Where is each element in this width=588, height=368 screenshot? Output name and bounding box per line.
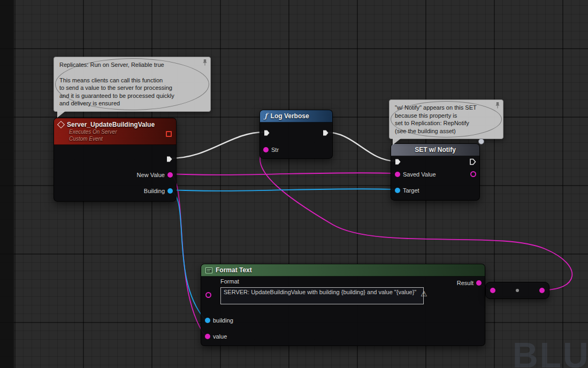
- exec-wire-log-to-set[interactable]: [326, 132, 395, 161]
- node-subtitle: Custom Event: [69, 135, 172, 142]
- exec-out-row: [469, 158, 476, 165]
- custom-event-icon: [57, 121, 65, 128]
- pin-row-building-arg: building: [205, 317, 233, 324]
- node-title: Server_UpdateBuildingValue: [67, 121, 155, 128]
- exec-in-pin[interactable]: [263, 129, 270, 136]
- pin-label: Str: [271, 147, 279, 153]
- pin-row-new-value: New Value: [137, 172, 173, 178]
- value-arg-pin[interactable]: [205, 334, 210, 339]
- comment-line: (see the building asset): [395, 127, 498, 135]
- wire-building-to-building-arg[interactable]: [169, 190, 205, 319]
- str-pin[interactable]: [263, 147, 269, 152]
- bubble-anchor-dot[interactable]: [478, 139, 484, 144]
- pin-label: Result: [457, 280, 474, 286]
- exec-out-row: [322, 129, 329, 136]
- exec-in-pin[interactable]: [394, 158, 401, 165]
- pin-label: building: [213, 317, 233, 324]
- exec-out-pin[interactable]: [469, 158, 476, 165]
- conversion-dot-icon: [516, 289, 519, 292]
- exec-in-row: [394, 158, 401, 165]
- new-value-pin[interactable]: [167, 172, 173, 178]
- pushpin-icon[interactable]: [494, 102, 501, 109]
- pushpin-icon[interactable]: [202, 59, 208, 66]
- node-text-to-string-conversion[interactable]: [485, 282, 549, 299]
- target-pin[interactable]: [395, 188, 400, 193]
- comment-line: and it is guaranteed to be processed qui…: [59, 92, 205, 100]
- node-header[interactable]: Server_UpdateBuildingValue Executes On S…: [54, 118, 176, 145]
- node-title: SET w/ Notify: [415, 146, 456, 154]
- node-header[interactable]: ƒ Log Verbose: [260, 110, 332, 122]
- function-icon: ƒ: [264, 113, 268, 119]
- pin-row-saved-value-out: [470, 171, 476, 177]
- comment-line: and delivery is ensured: [59, 99, 205, 108]
- node-header[interactable]: SET w/ Notify: [391, 144, 479, 156]
- exec-out-row: [166, 156, 173, 163]
- result-pin[interactable]: [476, 280, 482, 286]
- exec-out-pin[interactable]: [322, 129, 329, 136]
- pin-label: Target: [403, 187, 419, 194]
- comment-line: because this property is: [395, 112, 498, 120]
- warning-icon: ⚠: [421, 289, 427, 298]
- pin-label: Saved Value: [403, 171, 436, 178]
- comment-line: "w/ Notify" appears on this SET: [395, 104, 498, 112]
- node-format-text[interactable]: Format Text Format SERVER: UpdateBuildin…: [201, 264, 485, 346]
- exec-wire-event-to-log[interactable]: [170, 132, 264, 158]
- pin-label: value: [213, 333, 227, 340]
- format-text-input[interactable]: SERVER: UpdateBuildingValue with buildin…: [220, 287, 424, 304]
- comment-bubble-notify[interactable]: "w/ Notify" appears on this SET because …: [389, 99, 503, 139]
- comment-line: [59, 69, 205, 76]
- pin-row-result: Result: [457, 280, 482, 286]
- node-header[interactable]: Format Text: [201, 264, 485, 277]
- node-title: Format Text: [216, 266, 252, 274]
- comment-bubble-replicates[interactable]: Replicates: Run on Server, Reliable true…: [54, 57, 211, 112]
- comment-line: Replicates: Run on Server, Reliable true: [59, 61, 205, 69]
- node-set-notify[interactable]: SET w/ Notify Saved Value Target: [391, 143, 480, 201]
- comment-line: This means clients can call this functio…: [59, 76, 205, 85]
- wire-newvalue-to-savedvalue[interactable]: [169, 173, 393, 175]
- building-pin[interactable]: [167, 188, 173, 194]
- node-subtitle: Executes On Server: [69, 128, 172, 135]
- pin-row-saved-value: Saved Value: [395, 171, 436, 178]
- pin-label: New Value: [137, 172, 165, 178]
- exec-in-row: [263, 129, 270, 136]
- node-custom-event[interactable]: Server_UpdateBuildingValue Executes On S…: [54, 118, 177, 202]
- exec-out-pin[interactable]: [166, 156, 173, 163]
- pin-label: Building: [144, 188, 165, 194]
- pin-row-value-arg: value: [205, 333, 227, 340]
- bubble-tail: [57, 111, 65, 118]
- node-log-verbose[interactable]: ƒ Log Verbose Str: [259, 110, 333, 159]
- conversion-in-pin[interactable]: [490, 288, 495, 293]
- building-arg-pin[interactable]: [205, 318, 210, 323]
- node-title: Log Verbose: [271, 112, 309, 120]
- comment-line: set to Replication: RepNotify: [395, 119, 498, 127]
- bubble-tail: [393, 139, 401, 145]
- pin-row-target: Target: [395, 187, 419, 194]
- format-pin[interactable]: [205, 292, 211, 298]
- format-text-icon: [205, 267, 212, 273]
- pin-row-building: Building: [144, 188, 173, 194]
- delegate-pin[interactable]: [166, 131, 172, 137]
- saved-value-out-pin[interactable]: [470, 171, 476, 177]
- pin-row-str: Str: [263, 147, 279, 153]
- saved-value-in-pin[interactable]: [395, 172, 400, 177]
- wire-building-to-target[interactable]: [169, 189, 393, 191]
- format-pin-label: Format: [220, 278, 239, 285]
- comment-line: to send a value to the server for proces…: [59, 84, 205, 92]
- conversion-out-pin[interactable]: [539, 288, 545, 293]
